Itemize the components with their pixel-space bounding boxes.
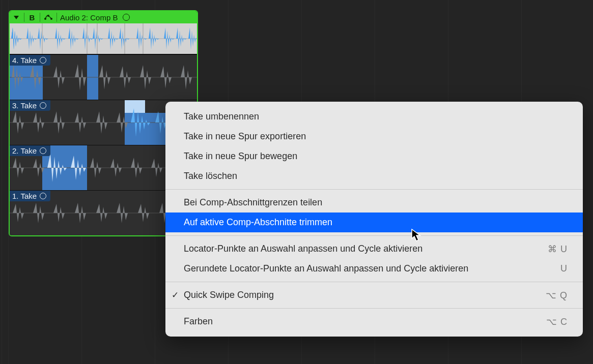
menu-item-move-take[interactable]: Take in neue Spur bewegen [165, 146, 583, 166]
menu-shortcut: U [560, 263, 568, 274]
take-label-text: 1. Take [12, 192, 37, 200]
take-label[interactable]: 1. Take [10, 191, 50, 201]
comp-letter[interactable]: B [27, 13, 37, 22]
context-menu: Take umbenennen Take in neue Spur export… [165, 102, 583, 337]
take-label-text: 4. Take [12, 56, 37, 65]
menu-item-label: Take umbenennen [184, 111, 259, 122]
take-label-text: 2. Take [12, 146, 37, 155]
comp-selection[interactable] [125, 113, 166, 145]
menu-item-set-rounded-locators[interactable]: Gerundete Locator-Punkte an Auswahl anpa… [165, 259, 583, 279]
loop-indicator-icon [40, 147, 46, 154]
header-separator [57, 13, 57, 22]
menu-item-label: Auf aktive Comp-Abschnitte trimmen [184, 217, 332, 228]
menu-item-set-locators[interactable]: Locator-Punkte an Auswahl anpassen und C… [165, 239, 583, 259]
comp-selection[interactable] [87, 55, 98, 100]
take-label-text: 3. Take [12, 101, 37, 110]
menu-item-label: Bei Comp-Abschnittgrenzen teilen [184, 197, 322, 208]
region-title: Audio 2: Comp B [60, 13, 118, 22]
menu-item-rename-take[interactable]: Take umbenennen [165, 107, 583, 127]
menu-item-export-take[interactable]: Take in neue Spur exportieren [165, 127, 583, 146]
menu-separator [165, 282, 583, 282]
menu-item-label: Take in neue Spur bewegen [184, 151, 297, 162]
menu-shortcut: ⌘ U [548, 244, 568, 255]
menu-item-label: Take in neue Spur exportieren [184, 131, 306, 142]
comp-lane[interactable] [10, 23, 197, 54]
header-separator [24, 13, 24, 22]
take-lane-4[interactable]: 4. Take [10, 54, 197, 100]
menu-item-label: Farben [184, 316, 213, 327]
loop-indicator-icon[interactable] [123, 14, 130, 21]
menu-item-quick-swipe[interactable]: ✓Quick Swipe Comping⌥ Q [165, 285, 583, 305]
menu-item-label: Gerundete Locator-Punkte an Auswahl anpa… [184, 263, 468, 274]
menu-shortcut: ⌥ C [546, 316, 568, 327]
loop-indicator-icon [40, 57, 46, 64]
header-separator [40, 13, 40, 22]
take-label[interactable]: 3. Take [10, 100, 50, 111]
checkmark-icon: ✓ [172, 290, 179, 300]
menu-item-label: Take löschen [184, 171, 237, 181]
menu-item-colors[interactable]: Farben⌥ C [165, 312, 583, 331]
menu-separator [165, 308, 583, 309]
menu-shortcut: ⌥ Q [546, 290, 568, 301]
quick-swipe-comp-icon[interactable] [43, 13, 53, 22]
disclosure-triangle-icon[interactable] [12, 13, 21, 22]
take-label[interactable]: 4. Take [10, 55, 50, 66]
menu-item-delete-take[interactable]: Take löschen [165, 166, 583, 186]
menu-item-trim-comp[interactable]: Auf aktive Comp-Abschnitte trimmen [165, 213, 583, 232]
menu-separator [165, 235, 583, 236]
menu-item-label: Quick Swipe Comping [184, 290, 274, 300]
loop-indicator-icon [40, 193, 46, 199]
menu-separator [165, 189, 583, 190]
loop-indicator-icon [40, 102, 46, 109]
take-label[interactable]: 2. Take [10, 145, 50, 156]
menu-item-split-comp[interactable]: Bei Comp-Abschnittgrenzen teilen [165, 193, 583, 213]
take-folder-header[interactable]: B Audio 2: Comp B [10, 11, 197, 23]
menu-item-label: Locator-Punkte an Auswahl anpassen und C… [184, 244, 422, 254]
